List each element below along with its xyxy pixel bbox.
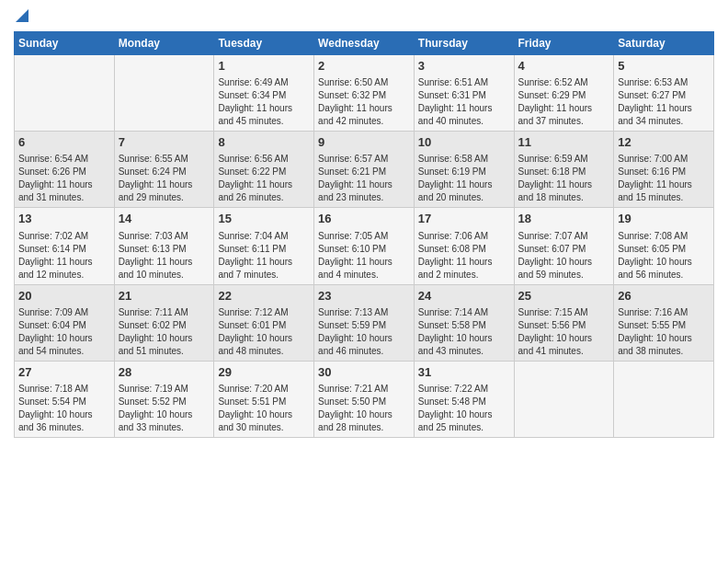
day-number: 19 (618, 211, 710, 227)
cell-info: Sunrise: 7:11 AMSunset: 6:02 PMDaylight:… (119, 306, 210, 358)
calendar-cell: 29Sunrise: 7:20 AMSunset: 5:51 PMDayligh… (214, 361, 314, 437)
calendar-cell: 25Sunrise: 7:15 AMSunset: 5:56 PMDayligh… (514, 284, 614, 361)
calendar-cell: 19Sunrise: 7:08 AMSunset: 6:05 PMDayligh… (614, 208, 714, 284)
day-header-thursday: Thursday (414, 32, 514, 55)
cell-info: Sunrise: 7:18 AMSunset: 5:54 PMDaylight:… (18, 383, 110, 434)
day-header-wednesday: Wednesday (314, 32, 415, 55)
calendar-cell: 13Sunrise: 7:02 AMSunset: 6:14 PMDayligh… (15, 208, 115, 284)
day-number: 18 (518, 211, 610, 227)
cell-info: Sunrise: 7:15 AMSunset: 5:56 PMDaylight:… (518, 306, 610, 358)
cell-info: Sunrise: 7:14 AMSunset: 5:58 PMDaylight:… (418, 306, 510, 358)
cell-info: Sunrise: 6:53 AMSunset: 6:27 PMDaylight:… (618, 76, 710, 128)
calendar-cell: 11Sunrise: 6:59 AMSunset: 6:18 PMDayligh… (514, 132, 614, 208)
calendar-cell: 17Sunrise: 7:06 AMSunset: 6:08 PMDayligh… (414, 208, 514, 284)
day-number: 28 (119, 364, 210, 381)
calendar-cell: 24Sunrise: 7:14 AMSunset: 5:58 PMDayligh… (414, 284, 514, 361)
cell-info: Sunrise: 6:54 AMSunset: 6:26 PMDaylight:… (18, 153, 110, 204)
day-header-friday: Friday (514, 32, 614, 55)
cell-info: Sunrise: 7:16 AMSunset: 5:55 PMDaylight:… (618, 306, 710, 358)
logo (14, 9, 28, 24)
cell-info: Sunrise: 7:19 AMSunset: 5:52 PMDaylight:… (119, 383, 210, 434)
calendar-cell: 22Sunrise: 7:12 AMSunset: 6:01 PMDayligh… (214, 284, 314, 361)
cell-info: Sunrise: 7:08 AMSunset: 6:05 PMDaylight:… (618, 230, 710, 282)
calendar-cell: 31Sunrise: 7:22 AMSunset: 5:48 PMDayligh… (414, 361, 514, 437)
cell-info: Sunrise: 6:56 AMSunset: 6:22 PMDaylight:… (218, 153, 310, 204)
day-number: 14 (119, 211, 210, 227)
day-number: 26 (618, 288, 710, 304)
day-number: 25 (518, 288, 610, 304)
calendar-cell: 6Sunrise: 6:54 AMSunset: 6:26 PMDaylight… (15, 132, 115, 208)
day-number: 12 (618, 134, 710, 151)
cell-info: Sunrise: 7:00 AMSunset: 6:16 PMDaylight:… (618, 153, 710, 204)
cell-info: Sunrise: 7:03 AMSunset: 6:13 PMDaylight:… (119, 230, 210, 282)
day-number: 27 (18, 364, 110, 381)
day-number: 22 (218, 288, 310, 304)
cell-info: Sunrise: 7:06 AMSunset: 6:08 PMDaylight:… (418, 230, 510, 282)
logo-arrow-icon (16, 9, 28, 26)
cell-info: Sunrise: 7:07 AMSunset: 6:07 PMDaylight:… (518, 230, 610, 282)
calendar-cell: 4Sunrise: 6:52 AMSunset: 6:29 PMDaylight… (514, 55, 614, 132)
calendar-cell: 1Sunrise: 6:49 AMSunset: 6:34 PMDaylight… (214, 55, 314, 132)
day-number: 5 (618, 58, 710, 75)
calendar-cell: 14Sunrise: 7:03 AMSunset: 6:13 PMDayligh… (114, 208, 214, 284)
calendar-cell: 30Sunrise: 7:21 AMSunset: 5:50 PMDayligh… (314, 361, 415, 437)
calendar-cell: 9Sunrise: 6:57 AMSunset: 6:21 PMDaylight… (314, 132, 415, 208)
week-row-4: 20Sunrise: 7:09 AMSunset: 6:04 PMDayligh… (15, 284, 714, 361)
page-header (14, 9, 714, 24)
calendar-cell: 18Sunrise: 7:07 AMSunset: 6:07 PMDayligh… (514, 208, 614, 284)
calendar-cell: 27Sunrise: 7:18 AMSunset: 5:54 PMDayligh… (15, 361, 115, 437)
calendar-cell: 21Sunrise: 7:11 AMSunset: 6:02 PMDayligh… (114, 284, 214, 361)
calendar-cell: 3Sunrise: 6:51 AMSunset: 6:31 PMDaylight… (414, 55, 514, 132)
day-header-sunday: Sunday (15, 32, 115, 55)
week-row-1: 1Sunrise: 6:49 AMSunset: 6:34 PMDaylight… (15, 55, 714, 132)
cell-info: Sunrise: 6:57 AMSunset: 6:21 PMDaylight:… (318, 153, 410, 204)
cell-info: Sunrise: 7:05 AMSunset: 6:10 PMDaylight:… (318, 230, 410, 282)
day-number: 1 (218, 58, 310, 75)
svg-marker-0 (16, 9, 28, 22)
day-number: 8 (218, 134, 310, 151)
calendar-cell: 12Sunrise: 7:00 AMSunset: 6:16 PMDayligh… (614, 132, 714, 208)
day-number: 10 (418, 134, 510, 151)
calendar-cell: 15Sunrise: 7:04 AMSunset: 6:11 PMDayligh… (214, 208, 314, 284)
cell-info: Sunrise: 7:02 AMSunset: 6:14 PMDaylight:… (18, 230, 110, 282)
day-number: 11 (518, 134, 610, 151)
day-number: 23 (318, 288, 410, 304)
cell-info: Sunrise: 7:22 AMSunset: 5:48 PMDaylight:… (418, 383, 510, 434)
calendar-cell (114, 55, 214, 132)
calendar-cell (15, 55, 115, 132)
day-header-saturday: Saturday (614, 32, 714, 55)
day-number: 24 (418, 288, 510, 304)
calendar-cell: 23Sunrise: 7:13 AMSunset: 5:59 PMDayligh… (314, 284, 415, 361)
calendar-cell: 20Sunrise: 7:09 AMSunset: 6:04 PMDayligh… (15, 284, 115, 361)
cell-info: Sunrise: 6:51 AMSunset: 6:31 PMDaylight:… (418, 76, 510, 128)
day-number: 6 (18, 134, 110, 151)
day-number: 16 (318, 211, 410, 227)
week-row-5: 27Sunrise: 7:18 AMSunset: 5:54 PMDayligh… (15, 361, 714, 437)
cell-info: Sunrise: 6:49 AMSunset: 6:34 PMDaylight:… (218, 76, 310, 128)
day-number: 17 (418, 211, 510, 227)
day-header-monday: Monday (114, 32, 214, 55)
day-number: 13 (18, 211, 110, 227)
calendar-cell: 16Sunrise: 7:05 AMSunset: 6:10 PMDayligh… (314, 208, 415, 284)
day-number: 3 (418, 58, 510, 75)
week-row-2: 6Sunrise: 6:54 AMSunset: 6:26 PMDaylight… (15, 132, 714, 208)
day-number: 29 (218, 364, 310, 381)
cell-info: Sunrise: 7:09 AMSunset: 6:04 PMDaylight:… (18, 306, 110, 358)
calendar-cell: 28Sunrise: 7:19 AMSunset: 5:52 PMDayligh… (114, 361, 214, 437)
day-number: 2 (318, 58, 410, 75)
day-number: 30 (318, 364, 410, 381)
day-number: 21 (119, 288, 210, 304)
cell-info: Sunrise: 7:04 AMSunset: 6:11 PMDaylight:… (218, 230, 310, 282)
calendar-cell (514, 361, 614, 437)
day-number: 7 (119, 134, 210, 151)
cell-info: Sunrise: 7:20 AMSunset: 5:51 PMDaylight:… (218, 383, 310, 434)
cell-info: Sunrise: 7:12 AMSunset: 6:01 PMDaylight:… (218, 306, 310, 358)
cell-info: Sunrise: 7:21 AMSunset: 5:50 PMDaylight:… (318, 383, 410, 434)
cell-info: Sunrise: 6:59 AMSunset: 6:18 PMDaylight:… (518, 153, 610, 204)
day-number: 20 (18, 288, 110, 304)
calendar-cell: 10Sunrise: 6:58 AMSunset: 6:19 PMDayligh… (414, 132, 514, 208)
day-number: 4 (518, 58, 610, 75)
calendar-cell: 26Sunrise: 7:16 AMSunset: 5:55 PMDayligh… (614, 284, 714, 361)
calendar-cell: 8Sunrise: 6:56 AMSunset: 6:22 PMDaylight… (214, 132, 314, 208)
cell-info: Sunrise: 6:58 AMSunset: 6:19 PMDaylight:… (418, 153, 510, 204)
